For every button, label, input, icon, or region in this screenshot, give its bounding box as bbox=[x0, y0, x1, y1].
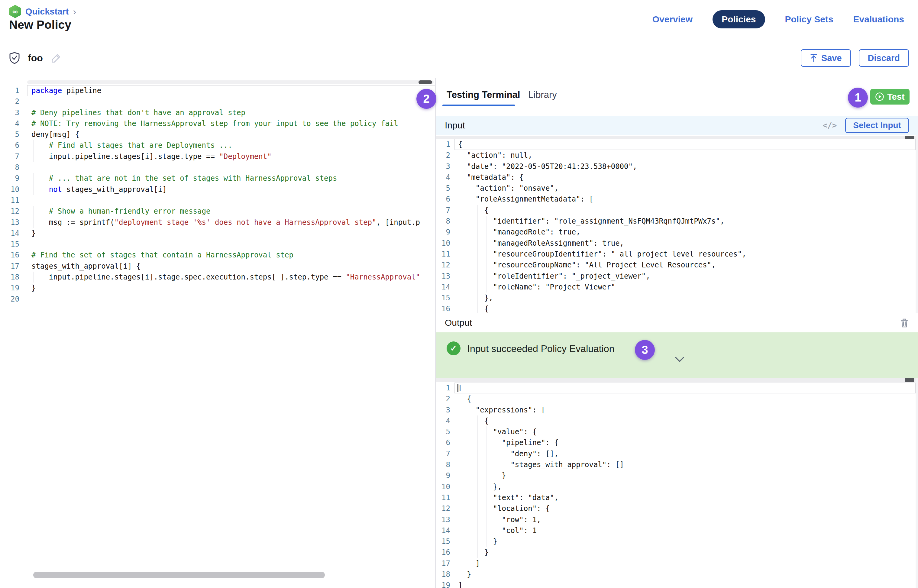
breadcrumb[interactable]: ∞ Quickstart › bbox=[9, 5, 76, 18]
code-text: "text": "data", bbox=[454, 492, 916, 503]
line-number: 14 bbox=[436, 525, 454, 536]
editor-top-scrollbar[interactable] bbox=[27, 81, 434, 84]
terminal-tabs: Testing Terminal Library bbox=[436, 78, 918, 116]
test-button[interactable]: Test bbox=[870, 89, 910, 105]
code-text: "managedRoleAssignment": true, bbox=[454, 238, 916, 249]
line-number: 3 bbox=[436, 161, 454, 172]
code-line: 11 "resourceGroupIdentifier": "_all_proj… bbox=[436, 249, 916, 260]
code-text: "value": { bbox=[454, 426, 916, 437]
page-header: ∞ Quickstart › New Policy Overview Polic… bbox=[0, 0, 918, 38]
breadcrumb-chevron-icon: › bbox=[73, 6, 76, 16]
line-number: 8 bbox=[0, 162, 27, 173]
tab-testing-terminal[interactable]: Testing Terminal bbox=[447, 89, 520, 100]
code-line: 12 # Show a human-friendly error message bbox=[0, 206, 435, 216]
code-line: 14} bbox=[0, 228, 435, 239]
edit-name-icon[interactable] bbox=[51, 53, 61, 63]
line-number: 10 bbox=[436, 481, 454, 492]
code-line: 4 "metadata": { bbox=[436, 172, 916, 183]
code-text: } bbox=[454, 470, 916, 481]
nav-tab-evaluations[interactable]: Evaluations bbox=[853, 14, 904, 24]
input-title: Input bbox=[445, 120, 465, 131]
code-text: "roleName": "Project Viewer" bbox=[454, 282, 916, 292]
policy-toolbar: foo Save Discard bbox=[0, 39, 918, 78]
code-text: # Find all stages that are Deployments .… bbox=[27, 140, 435, 151]
output-json-editor[interactable]: 1[2 {3 "expressions": [4 {5 "value": {6 … bbox=[436, 378, 918, 588]
nav-tab-policy-sets[interactable]: Policy Sets bbox=[785, 14, 833, 24]
line-number: 19 bbox=[436, 580, 454, 588]
breadcrumb-project-link[interactable]: Quickstart bbox=[25, 6, 69, 17]
code-line: 3# Deny pipelines that don't have an app… bbox=[0, 107, 435, 118]
code-line: 15 bbox=[0, 239, 435, 250]
code-text: } bbox=[27, 283, 435, 293]
line-number: 12 bbox=[436, 260, 454, 270]
code-line: 2 bbox=[0, 96, 435, 107]
line-number: 12 bbox=[436, 503, 454, 514]
line-number: 15 bbox=[0, 239, 27, 250]
code-line: 19} bbox=[0, 283, 435, 293]
output-editor-scrollbar[interactable] bbox=[436, 378, 916, 382]
clear-output-icon[interactable] bbox=[900, 318, 909, 328]
editor-bottom-scrollbar[interactable] bbox=[33, 572, 325, 578]
line-number: 14 bbox=[0, 228, 27, 239]
code-text: { bbox=[454, 139, 916, 150]
play-icon bbox=[875, 92, 884, 101]
code-line: 12 "location": { bbox=[436, 503, 916, 514]
code-line: 13 msg := sprintf("deployment stage '%s'… bbox=[0, 217, 435, 228]
code-text: stages_with_approval[i] { bbox=[27, 261, 435, 271]
line-number: 17 bbox=[436, 558, 454, 569]
line-number: 8 bbox=[436, 216, 454, 227]
code-text: "pipeline": { bbox=[454, 437, 916, 448]
code-text: } bbox=[454, 547, 916, 558]
line-number: 6 bbox=[436, 194, 454, 205]
code-line: 10 not stages_with_approval[i] bbox=[0, 184, 435, 195]
code-line: 14 "roleName": "Project Viewer" bbox=[436, 282, 916, 292]
code-line: 5 "action": "onsave", bbox=[436, 183, 916, 194]
output-editor-vscroll[interactable] bbox=[916, 378, 918, 588]
nav-tab-overview[interactable]: Overview bbox=[652, 14, 693, 24]
code-text: "location": { bbox=[454, 503, 916, 514]
select-input-button[interactable]: Select Input bbox=[845, 118, 909, 133]
input-editor-vscroll[interactable] bbox=[916, 135, 918, 313]
line-number: 14 bbox=[436, 282, 454, 292]
discard-button[interactable]: Discard bbox=[859, 49, 909, 67]
line-number: 17 bbox=[0, 261, 27, 271]
code-text: { bbox=[454, 304, 916, 313]
code-line: 10 }, bbox=[436, 481, 916, 492]
annotation-badge-2: 2 bbox=[416, 89, 436, 109]
code-line: 2 "action": null, bbox=[436, 150, 916, 161]
code-text bbox=[27, 294, 435, 305]
code-line: 13 "row": 1, bbox=[436, 514, 916, 525]
input-json-editor[interactable]: 1{2 "action": null,3 "date": "2022-05-05… bbox=[436, 135, 918, 313]
line-number: 11 bbox=[436, 492, 454, 503]
policy-code-editor[interactable]: 1package pipeline23# Deny pipelines that… bbox=[0, 78, 435, 588]
code-line: 7 input.pipeline.stages[i].stage.type ==… bbox=[0, 151, 435, 162]
line-number: 9 bbox=[0, 173, 27, 184]
line-number: 11 bbox=[436, 249, 454, 260]
line-number: 7 bbox=[436, 205, 454, 216]
code-text: }, bbox=[454, 292, 916, 304]
code-line: 8 "identifier": "role_assignment_NsFQM43… bbox=[436, 216, 916, 227]
code-line: 8 bbox=[0, 162, 435, 173]
new-policy-page: ∞ Quickstart › New Policy Overview Polic… bbox=[0, 0, 918, 588]
chevron-down-icon[interactable] bbox=[674, 357, 685, 363]
code-text: not stages_with_approval[i] bbox=[27, 184, 435, 195]
code-text: "row": 1, bbox=[454, 514, 916, 525]
code-text: "roleAssignmentMetadata": [ bbox=[454, 194, 916, 205]
code-line: 4 { bbox=[436, 415, 916, 426]
code-view-icon[interactable]: </> bbox=[823, 121, 837, 130]
line-number: 11 bbox=[0, 195, 27, 206]
line-number: 4 bbox=[0, 118, 27, 129]
nav-tab-policies[interactable]: Policies bbox=[713, 10, 765, 28]
save-button[interactable]: Save bbox=[801, 49, 851, 67]
line-number: 18 bbox=[436, 569, 454, 580]
code-line: 2 { bbox=[436, 393, 916, 404]
active-tab-underline bbox=[442, 105, 515, 106]
line-number: 1 bbox=[436, 383, 454, 393]
code-line: 17stages_with_approval[i] { bbox=[0, 261, 435, 271]
code-line: 12 "resourceGroupName": "All Project Lev… bbox=[436, 260, 916, 270]
code-text: "resourceGroupIdentifier": "_all_project… bbox=[454, 249, 916, 260]
code-line: 11 bbox=[0, 195, 435, 206]
code-text: input.pipeline.stages[i].stage.type == "… bbox=[27, 151, 435, 162]
tab-library[interactable]: Library bbox=[528, 89, 557, 100]
code-line: 16# Find the set of stages that contain … bbox=[0, 250, 435, 260]
